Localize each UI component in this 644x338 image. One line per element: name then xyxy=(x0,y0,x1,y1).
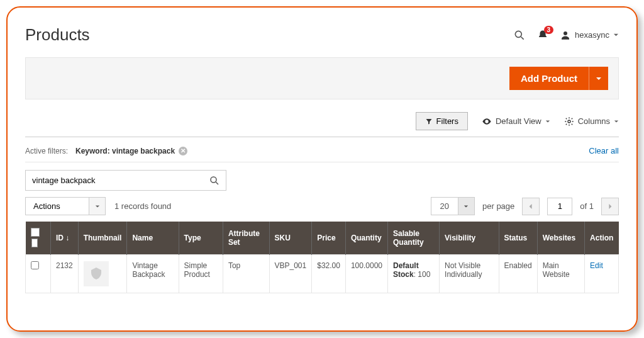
svg-point-2 xyxy=(564,31,567,35)
filter-chip: Keyword: vintage backpack ✕ xyxy=(75,147,187,155)
col-status[interactable]: Status xyxy=(499,222,537,255)
products-table: ▾ ID ↓ Thumbnail Name Type Attribute Set… xyxy=(25,222,619,293)
search-icon[interactable] xyxy=(513,29,526,42)
records-found: 1 records found xyxy=(114,201,171,211)
cell-salable: Default Stock: 100 xyxy=(387,255,439,293)
col-attribute-set[interactable]: Attribute Set xyxy=(223,222,269,255)
cell-websites: Main Website xyxy=(537,255,584,293)
col-type[interactable]: Type xyxy=(179,222,223,255)
add-product-label: Add Product xyxy=(521,73,577,84)
columns-label: Columns xyxy=(578,116,610,126)
default-view-label: Default View xyxy=(496,116,541,126)
col-price[interactable]: Price xyxy=(312,222,346,255)
username-label: hexasync xyxy=(575,30,609,40)
svg-point-0 xyxy=(515,31,521,37)
row-checkbox[interactable] xyxy=(31,261,39,269)
notification-badge: 3 xyxy=(544,26,554,34)
col-quantity[interactable]: Quantity xyxy=(345,222,387,255)
clear-all-link[interactable]: Clear all xyxy=(589,146,619,155)
remove-filter-icon[interactable]: ✕ xyxy=(179,147,187,155)
per-page-dropdown-icon[interactable] xyxy=(458,198,474,215)
funnel-icon xyxy=(425,118,433,125)
actions-select[interactable]: Actions xyxy=(25,197,106,215)
col-visibility[interactable]: Visibility xyxy=(440,222,499,255)
sort-arrow-icon: ↓ xyxy=(65,234,69,242)
prev-page-button[interactable] xyxy=(522,198,540,215)
cell-type: Simple Product xyxy=(179,255,223,293)
columns-menu[interactable]: Columns xyxy=(564,116,619,127)
actions-label: Actions xyxy=(26,198,89,215)
select-all-dropdown[interactable]: ▾ xyxy=(31,239,38,247)
filters-label: Filters xyxy=(436,116,458,126)
active-filters-label: Active filters: xyxy=(25,147,68,155)
edit-link[interactable]: Edit xyxy=(590,261,603,270)
per-page-select[interactable]: 20 xyxy=(431,197,475,215)
page-title: Products xyxy=(25,25,90,45)
select-all-checkbox[interactable] xyxy=(31,228,40,237)
cell-status: Enabled xyxy=(499,255,537,293)
col-salable[interactable]: Salable Quantity xyxy=(387,222,439,255)
user-menu[interactable]: hexasync xyxy=(560,30,619,41)
per-page-value: 20 xyxy=(431,198,458,215)
col-sku[interactable]: SKU xyxy=(269,222,312,255)
table-row: 2132 Vintage Backpack Simple Product Top… xyxy=(26,255,619,293)
page-input[interactable] xyxy=(547,198,572,215)
add-product-button[interactable]: Add Product xyxy=(509,67,589,90)
cell-name: Vintage Backpack xyxy=(127,255,179,293)
col-action[interactable]: Action xyxy=(585,222,619,255)
col-id[interactable]: ID ↓ xyxy=(51,222,79,255)
chevron-down-icon xyxy=(545,119,550,124)
cell-visibility: Not Visible Individually xyxy=(440,255,499,293)
actions-dropdown-icon[interactable] xyxy=(89,198,105,215)
notifications-icon[interactable]: 3 xyxy=(537,30,548,41)
search-submit-icon[interactable] xyxy=(203,171,226,190)
gear-icon xyxy=(564,116,574,127)
cell-id: 2132 xyxy=(51,255,79,293)
cell-price: $32.00 xyxy=(312,255,346,293)
col-thumbnail[interactable]: Thumbnail xyxy=(78,222,127,255)
next-page-button[interactable] xyxy=(601,198,619,215)
add-product-dropdown[interactable] xyxy=(589,67,608,90)
filters-button[interactable]: Filters xyxy=(416,112,468,130)
search-box xyxy=(25,170,226,191)
col-websites[interactable]: Websites xyxy=(537,222,584,255)
chevron-down-icon xyxy=(613,32,619,38)
page-of-label: of 1 xyxy=(580,201,594,211)
svg-point-3 xyxy=(568,120,570,123)
default-view-menu[interactable]: Default View xyxy=(482,116,550,127)
per-page-label: per page xyxy=(482,201,514,211)
cell-sku: VBP_001 xyxy=(269,255,312,293)
cell-quantity: 100.0000 xyxy=(345,255,387,293)
svg-line-5 xyxy=(216,182,218,184)
cell-attribute-set: Top xyxy=(223,255,269,293)
cell-thumbnail xyxy=(78,255,127,293)
chevron-down-icon xyxy=(614,119,619,124)
eye-icon xyxy=(482,116,492,127)
svg-line-1 xyxy=(521,37,524,39)
col-name[interactable]: Name xyxy=(127,222,179,255)
thumbnail-placeholder xyxy=(84,261,109,286)
search-input[interactable] xyxy=(26,171,203,190)
filter-chip-label: Keyword: vintage backpack xyxy=(75,147,175,155)
svg-point-4 xyxy=(211,177,216,183)
